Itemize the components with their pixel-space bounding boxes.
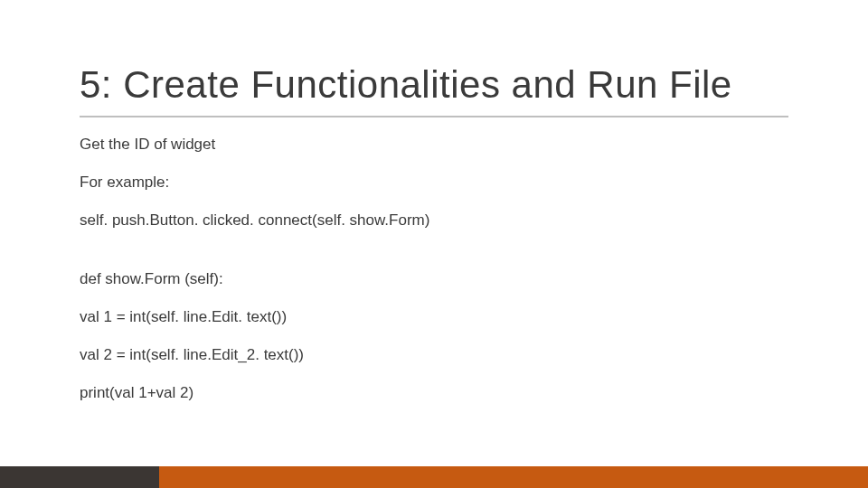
body-line-2: For example: — [80, 172, 788, 193]
slide-body: Get the ID of widget For example: self. … — [80, 134, 788, 420]
bottom-bar-orange-segment — [159, 466, 868, 488]
body-line-6: val 2 = int(self. line.Edit_2. text()) — [80, 344, 788, 366]
bottom-accent-bar — [0, 466, 868, 488]
slide: 5: Create Functionalities and Run File G… — [0, 0, 868, 488]
title-underline — [80, 116, 788, 117]
body-line-4: def show.Form (self): — [80, 268, 788, 290]
body-spacer — [80, 247, 788, 252]
body-line-5: val 1 = int(self. line.Edit. text()) — [80, 306, 788, 328]
body-line-3: self. push.Button. clicked. connect(self… — [80, 210, 788, 231]
slide-title: 5: Create Functionalities and Run File — [80, 63, 732, 107]
bottom-bar-dark-segment — [0, 466, 159, 488]
body-line-1: Get the ID of widget — [80, 134, 788, 155]
body-line-7: print(val 1+val 2) — [80, 382, 788, 404]
